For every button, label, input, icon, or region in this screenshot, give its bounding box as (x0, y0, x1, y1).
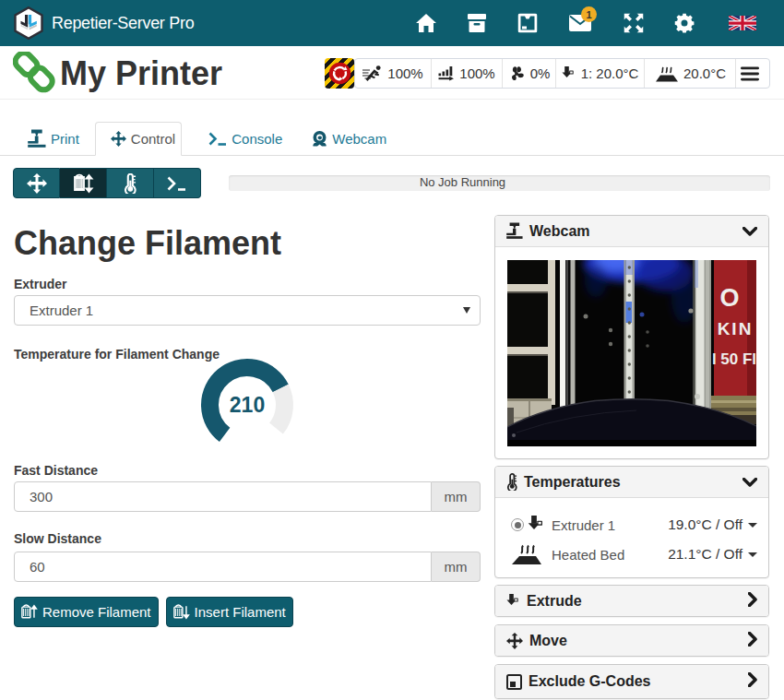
svg-text:O: O (719, 284, 739, 312)
svg-text:KIN: KIN (718, 319, 754, 338)
svg-text:l 50 Fl: l 50 Fl (712, 350, 756, 368)
svg-text:210: 210 (230, 393, 265, 417)
